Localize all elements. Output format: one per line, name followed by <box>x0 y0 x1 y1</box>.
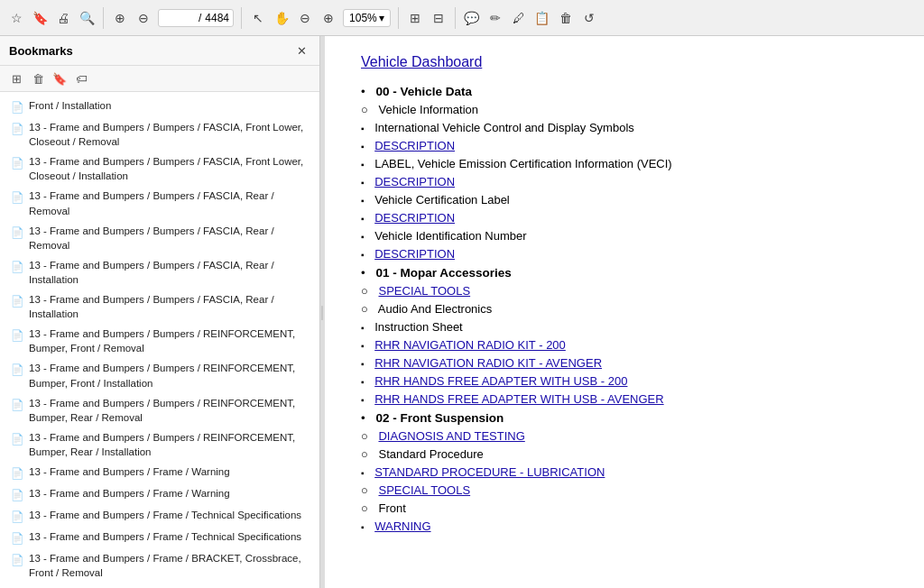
cursor-icon[interactable]: ↖ <box>249 9 267 27</box>
section-00-label: 00 - Vehicle Data <box>376 85 473 98</box>
bookmark-text-12: 13 - Frame and Bumpers / Frame / Warning <box>29 464 312 479</box>
standard-procedure-label: Standard Procedure <box>378 447 483 461</box>
bookmark-icon[interactable]: 🔖 <box>31 9 49 27</box>
bookmark-item-17[interactable]: 📄13 - Frame and Bumpers / Frame / BRACKE… <box>0 583 319 588</box>
special-tools-02-link[interactable]: SPECIAL TOOLS <box>378 483 470 497</box>
download-icon[interactable]: ⊖ <box>134 9 152 27</box>
bullet-st02 <box>361 483 375 497</box>
bookmark-doc-icon: 📄 <box>11 398 23 412</box>
bookmark-item-16[interactable]: 📄13 - Frame and Bumpers / Frame / BRACKE… <box>0 548 319 583</box>
pen-icon[interactable]: ✏ <box>486 9 504 27</box>
vin-desc-link[interactable]: DESCRIPTION <box>374 247 455 261</box>
bookmark-item-14[interactable]: 📄13 - Frame and Bumpers / Frame / Techni… <box>0 505 319 527</box>
delete-bookmark-icon[interactable]: 🗑 <box>29 69 47 87</box>
std-proc-lube: STANDARD PROCEDURE - LUBRICATION <box>361 465 888 479</box>
vcl-label: Vehicle Certification Label <box>374 193 510 207</box>
bookmark-text-8: 13 - Frame and Bumpers / Bumpers / REINF… <box>29 326 312 355</box>
toolbar: ☆ 🔖 🖨 🔍 ⊕ ⊖ 1 / 4484 ↖ ✋ ⊖ ⊕ 105% ▾ ⊞ ⊟ … <box>0 0 924 36</box>
bookmark-tag-icon[interactable]: 🏷 <box>72 69 90 87</box>
pdf-page-title[interactable]: Vehicle Dashboard <box>361 54 888 70</box>
bookmark-item-9[interactable]: 📄13 - Frame and Bumpers / Bumpers / REIN… <box>0 358 319 392</box>
bookmark-item-11[interactable]: 📄13 - Frame and Bumpers / Bumpers / REIN… <box>0 427 319 462</box>
vehicle-info: Vehicle Information International Vehicl… <box>361 103 888 261</box>
bookmark-add-icon[interactable]: 🔖 <box>51 69 69 87</box>
bullet-vin-desc <box>361 247 372 261</box>
rhr-usb-avenger-link[interactable]: RHR HANDS FREE ADAPTER WITH USB - AVENGE… <box>374 392 663 406</box>
delete-icon[interactable]: 🗑 <box>557 9 575 27</box>
section-01-children: SPECIAL TOOLS Audio And Electronics Inst… <box>361 284 888 406</box>
comment-icon[interactable]: 💬 <box>463 9 481 27</box>
bullet-02 <box>361 411 373 425</box>
rotate-icon[interactable]: ↺ <box>580 9 598 27</box>
bullet-spl <box>361 465 372 479</box>
add-bookmark-icon[interactable]: ⊕ <box>111 9 129 27</box>
bookmark-item-8[interactable]: 📄13 - Frame and Bumpers / Bumpers / REIN… <box>0 324 319 358</box>
sidebar-header-icons: ✕ <box>292 41 310 60</box>
bookmark-item-2[interactable]: 📄13 - Frame and Bumpers / Bumpers / FASC… <box>0 117 319 152</box>
zoom-out-icon[interactable]: ⊖ <box>296 9 314 27</box>
bookmark-item-1[interactable]: 📄Front / Installation <box>0 96 319 117</box>
layout-icon[interactable]: ⊟ <box>430 9 448 27</box>
bullet-vcl <box>361 193 372 207</box>
section-01: 01 - Mopar Accessories SPECIAL TOOLS Aud… <box>361 266 888 406</box>
bookmark-text-16: 13 - Frame and Bumpers / Frame / BRACKET… <box>29 551 312 580</box>
bookmark-item-5[interactable]: 📄13 - Frame and Bumpers / Bumpers / FASC… <box>0 221 319 255</box>
bookmark-item-12[interactable]: 📄13 - Frame and Bumpers / Frame / Warnin… <box>0 462 319 483</box>
print-icon[interactable]: 🖨 <box>54 9 72 27</box>
diag-testing-link[interactable]: DIAGNOSIS AND TESTING <box>378 429 524 443</box>
zoom-dropdown-icon[interactable]: ▾ <box>379 12 384 24</box>
page-input[interactable]: 1 <box>162 12 195 24</box>
bullet-rhr-avenger <box>361 356 372 370</box>
bookmark-doc-icon: 📄 <box>11 156 23 170</box>
sidebar-close-icon[interactable]: ✕ <box>292 41 310 60</box>
bookmark-doc-icon: 📄 <box>11 100 23 115</box>
bookmark-item-6[interactable]: 📄13 - Frame and Bumpers / Bumpers / FASC… <box>0 255 319 289</box>
special-tools-01-link[interactable]: SPECIAL TOOLS <box>378 284 470 298</box>
rhr-usb-200-link[interactable]: RHR HANDS FREE ADAPTER WITH USB - 200 <box>374 374 627 388</box>
bullet-rhr-usb-200 <box>361 374 372 388</box>
sidebar-title: Bookmarks <box>9 44 73 58</box>
vin-label: Vehicle Identification Number <box>374 229 526 243</box>
bookmark-text-14: 13 - Frame and Bumpers / Frame / Technic… <box>29 508 312 522</box>
bookmark-text-2: 13 - Frame and Bumpers / Bumpers / FASCI… <box>29 120 312 149</box>
search-icon[interactable]: 🔍 <box>78 9 96 27</box>
hand-icon[interactable]: ✋ <box>273 9 291 27</box>
section-00-children: Vehicle Information International Vehicl… <box>361 103 888 261</box>
bookmark-item-13[interactable]: 📄13 - Frame and Bumpers / Frame / Warnin… <box>0 483 319 505</box>
page-sep: / <box>199 12 201 24</box>
bookmark-doc-icon: 📄 <box>11 553 23 567</box>
bullet-vin <box>361 229 372 243</box>
vcl-desc-link[interactable]: DESCRIPTION <box>374 211 455 225</box>
veci-desc-link[interactable]: DESCRIPTION <box>374 175 455 188</box>
vehicle-info-children: International Vehicle Control and Displa… <box>361 121 888 261</box>
bullet-ivcds-desc <box>361 139 372 152</box>
front: Front WARNING <box>361 501 888 533</box>
fit-page-icon[interactable]: ⊞ <box>406 9 424 27</box>
section-02-label: 02 - Front Suspension <box>376 411 504 425</box>
stamp-icon[interactable]: 📋 <box>533 9 551 27</box>
bookmark-item-4[interactable]: 📄13 - Frame and Bumpers / Bumpers / FASC… <box>0 186 319 220</box>
bookmark-item-7[interactable]: 📄13 - Frame and Bumpers / Bumpers / FASC… <box>0 289 319 324</box>
highlight-icon[interactable]: 🖊 <box>510 9 528 27</box>
bullet-vcl-desc <box>361 211 372 225</box>
ivcds-label: International Vehicle Control and Displa… <box>374 121 634 134</box>
bookmark-item-15[interactable]: 📄13 - Frame and Bumpers / Frame / Techni… <box>0 527 319 548</box>
bookmark-text-13: 13 - Frame and Bumpers / Frame / Warning <box>29 486 312 501</box>
star-icon[interactable]: ☆ <box>7 9 25 27</box>
vin: Vehicle Identification Number DESCRIPTIO… <box>361 229 888 261</box>
zoom-in-icon[interactable]: ⊕ <box>319 9 337 27</box>
bookmark-doc-icon: 📄 <box>11 260 23 274</box>
bullet-dt <box>361 429 375 443</box>
bookmark-text-9: 13 - Frame and Bumpers / Bumpers / REINF… <box>29 361 312 390</box>
ivcds-desc: DESCRIPTION <box>361 139 888 152</box>
rhr-avenger-link[interactable]: RHR NAVIGATION RADIO KIT - AVENGER <box>374 356 602 370</box>
front-warning-link[interactable]: WARNING <box>374 519 430 533</box>
grid-icon[interactable]: ⊞ <box>7 69 25 87</box>
ivcds-desc-link[interactable]: DESCRIPTION <box>374 139 455 152</box>
bookmark-doc-icon: 📄 <box>11 328 23 343</box>
rhr-200-link[interactable]: RHR NAVIGATION RADIO KIT - 200 <box>374 338 566 352</box>
bookmark-item-3[interactable]: 📄13 - Frame and Bumpers / Bumpers / FASC… <box>0 152 319 186</box>
std-proc-lube-link[interactable]: STANDARD PROCEDURE - LUBRICATION <box>374 465 605 479</box>
bookmark-item-10[interactable]: 📄13 - Frame and Bumpers / Bumpers / REIN… <box>0 393 319 427</box>
bullet-vi <box>361 103 375 116</box>
